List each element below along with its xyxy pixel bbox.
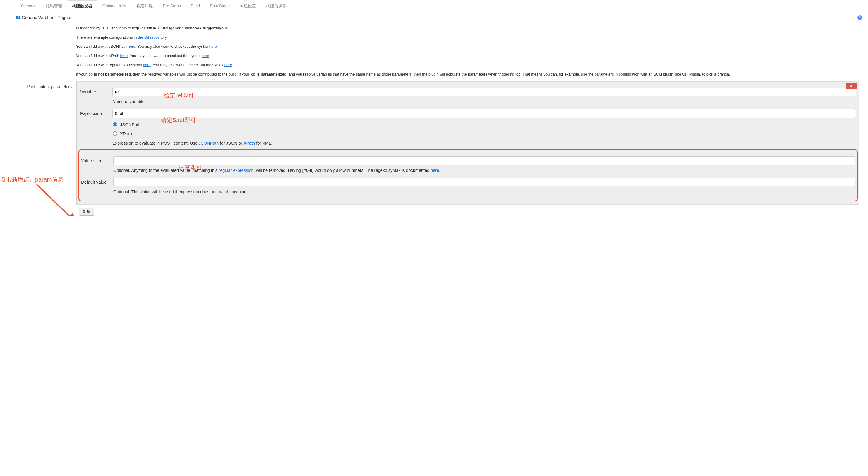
desc-p2-a: There are example configurations in <box>76 35 138 39</box>
desc-p3-a: You can fiddle with JSONPath <box>76 44 128 49</box>
expression-label: Expression <box>80 109 113 116</box>
jsonpath-fiddle-link[interactable]: here <box>128 44 135 49</box>
xpath-radio-label: XPath <box>120 131 132 136</box>
description-area: Is triggered by HTTP requests to http://… <box>76 25 859 77</box>
tab-build[interactable]: Build <box>186 0 205 12</box>
tab-optional-filter[interactable]: Optional filter <box>97 0 131 12</box>
desc-p2-c: . <box>166 35 168 39</box>
regex-fiddle-link[interactable]: here <box>143 63 151 67</box>
desc-p4-b: . You may also want to checkout the synt… <box>128 54 202 58</box>
desc-p3-b: . You may also want to checkout the synt… <box>135 44 209 49</box>
default-value-input[interactable] <box>113 178 855 186</box>
expression-jsonpath-link[interactable]: JSONPath <box>199 141 219 146</box>
tab-post-steps[interactable]: Post Steps <box>205 0 235 12</box>
expression-input[interactable] <box>113 109 856 118</box>
desc-p3-c: . <box>217 44 218 49</box>
tab-post-actions[interactable]: 构建后操作 <box>261 0 291 12</box>
desc-p1-a: Is triggered by HTTP requests to <box>76 26 132 30</box>
help-icon[interactable]: ? <box>858 15 862 20</box>
section-title: Generic Webhook Trigger <box>22 15 72 20</box>
expression-help-a: Expression to evaluate in POST content. … <box>113 141 199 146</box>
desc-p5-a: You can fiddle with regular expressions <box>76 63 143 67</box>
expression-xpath-link[interactable]: XPath <box>244 141 255 146</box>
expression-help-b: for JSON or <box>219 141 244 146</box>
tab-build-settings[interactable]: 构建设置 <box>235 0 261 12</box>
vf-help-c: would only allow numbers. The regexp syn… <box>314 168 431 173</box>
default-value-label: Default value <box>81 178 113 184</box>
desc-p5-c: . <box>232 63 233 67</box>
desc-p4-a: You can fiddle with XPath <box>76 54 120 58</box>
jsonpath-radio[interactable] <box>113 122 117 126</box>
vf-doc-link[interactable]: here <box>431 168 439 173</box>
variable-help: Name of variable <box>113 99 856 105</box>
regex-syntax-link[interactable]: here <box>224 63 232 67</box>
tab-general[interactable]: General <box>16 0 41 12</box>
tab-pre-steps[interactable]: Pre Steps <box>158 0 186 12</box>
vf-help-b: , will be removed. Having <box>254 168 302 173</box>
value-filter-label: Value filter <box>81 156 113 163</box>
desc-p6-a: If your job <box>76 72 94 77</box>
value-filter-input[interactable] <box>113 156 855 165</box>
xpath-fiddle-link[interactable]: here <box>120 54 128 58</box>
desc-p1-url: http://JENKINS_URL/generic-webhook-trigg… <box>132 26 228 30</box>
annotation-highlight-box: Value filter Optional. Anything in the e… <box>79 149 858 202</box>
parameter-panel: X Variable Name of variable Expression J… <box>76 81 859 205</box>
jsonpath-radio-label: JSONPath <box>120 122 141 127</box>
delete-parameter-button[interactable]: X <box>846 83 857 89</box>
variable-label: Variable <box>80 88 113 94</box>
tab-build-triggers[interactable]: 构建触发器 <box>67 0 97 12</box>
variable-input[interactable] <box>113 88 856 96</box>
config-tabs: General 源码管理 构建触发器 Optional filter 构建环境 … <box>16 0 865 12</box>
expression-help-c: for XML. <box>255 141 272 146</box>
vf-help-a: Optional. Anything in the evaluated valu… <box>113 168 219 173</box>
tab-build-env[interactable]: 构建环境 <box>131 0 158 12</box>
add-parameter-button[interactable]: 新增 <box>79 208 94 216</box>
generic-webhook-trigger-checkbox[interactable] <box>16 16 20 19</box>
default-value-help: Optional. This value will be used if exp… <box>113 189 855 195</box>
desc-p6-b1: is not parameterized <box>94 72 131 77</box>
vf-help-d: . <box>439 168 440 173</box>
post-content-parameters-label: Post content parameters <box>21 81 76 205</box>
xpath-syntax-link[interactable]: here <box>202 54 209 58</box>
desc-p4-c: . <box>209 54 210 58</box>
desc-p6-c: , then the resolved variables will just … <box>131 72 256 77</box>
desc-p6-b2: is parameterized <box>256 72 286 77</box>
desc-p5-b: . You may also want to checkout the synt… <box>151 63 224 67</box>
vf-regex-link[interactable]: regular expression <box>219 168 253 173</box>
git-repository-link[interactable]: the Git repository <box>138 35 166 39</box>
desc-p6-d: , and you resolve variables that have th… <box>286 72 730 77</box>
jsonpath-syntax-link[interactable]: here <box>209 44 217 49</box>
vf-help-bold: [^0-9] <box>302 168 314 173</box>
xpath-radio[interactable] <box>113 131 117 136</box>
tab-scm[interactable]: 源码管理 <box>41 0 67 12</box>
